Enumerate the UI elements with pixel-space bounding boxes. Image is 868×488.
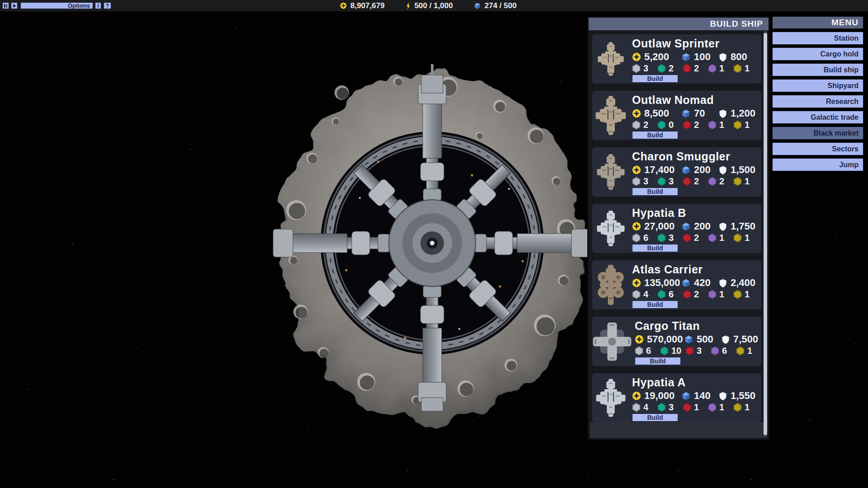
red-hex-icon	[683, 120, 691, 130]
shield-value: 7,500	[733, 333, 758, 345]
olive-hex-value: 1	[745, 176, 750, 187]
olive-hex-value: 1	[745, 289, 750, 300]
gray-hex-value: 4	[643, 289, 648, 300]
gray-hex-value: 3	[643, 176, 648, 187]
olive-hex-icon	[736, 346, 745, 356]
shield-icon	[718, 165, 727, 175]
credits-cost: 8,500	[644, 108, 669, 119]
olive-hex-value: 1	[747, 346, 752, 356]
teal-hex-icon	[657, 177, 666, 186]
purple-hex-icon	[708, 233, 717, 243]
cargo-cost: 200	[694, 221, 711, 232]
pause-button[interactable]	[2, 2, 9, 9]
gray-hex-icon	[632, 233, 641, 243]
credits-value: 8,907,679	[350, 1, 385, 10]
game-screen: Options i ? 8,907,679 500 / 1,000 274 / …	[0, 0, 868, 488]
red-hex-value: 2	[694, 233, 699, 243]
build-button[interactable]: Build	[632, 413, 678, 422]
ship-list: Outlaw Sprinter 5,200 100 800 3 2 2 1 1 …	[589, 30, 769, 422]
menu-item-black-market[interactable]: Black market	[772, 127, 863, 140]
gray-hex-icon	[632, 403, 641, 412]
olive-hex-icon	[733, 120, 742, 130]
gray-hex-value: 6	[643, 233, 648, 243]
red-hex-icon	[683, 403, 691, 412]
teal-hex-icon	[657, 233, 666, 243]
olive-hex-icon	[733, 403, 742, 412]
build-button[interactable]: Build	[632, 300, 678, 309]
menu-item-shipyard[interactable]: Shipyard	[772, 79, 863, 92]
cargo-readout: 274 / 500	[474, 1, 517, 10]
cargo-cost: 140	[694, 390, 711, 402]
olive-hex-icon	[733, 233, 742, 243]
ship-card: Cargo Titan 570,000 500 7,500 6 10 3 6 1…	[592, 317, 761, 366]
shield-icon	[718, 278, 727, 288]
red-hex-value: 2	[694, 63, 699, 74]
shield-icon	[718, 391, 727, 401]
build-button[interactable]: Build	[632, 188, 678, 196]
play-button[interactable]	[11, 2, 18, 9]
ship-thumbnail	[592, 204, 629, 253]
red-hex-value: 1	[694, 402, 699, 413]
red-hex-icon	[683, 177, 691, 186]
menu-item-research[interactable]: Research	[772, 95, 863, 108]
scrollbar-thumb[interactable]	[764, 33, 767, 435]
menu-item-galactic-trade[interactable]: Galactic trade	[772, 111, 863, 124]
build-button[interactable]: Build	[635, 357, 681, 365]
purple-hex-icon	[711, 346, 719, 356]
ship-thumbnail	[592, 317, 632, 366]
olive-hex-icon	[733, 290, 742, 299]
gray-hex-icon	[632, 64, 641, 73]
build-button[interactable]: Build	[632, 244, 678, 252]
purple-hex-value: 1	[719, 233, 724, 243]
olive-hex-value: 1	[745, 120, 750, 130]
ship-name: Hypatia B	[632, 206, 759, 219]
red-hex-value: 2	[694, 289, 699, 300]
menu-item-cargo-hold[interactable]: Cargo hold	[772, 47, 863, 61]
olive-hex-icon	[733, 177, 742, 186]
credits-cost: 19,000	[644, 390, 675, 402]
purple-hex-value: 1	[719, 402, 724, 413]
red-hex-icon	[685, 346, 694, 356]
cargo-cost: 200	[694, 164, 711, 176]
build-ship-panel-title: BUILD SHIP	[589, 18, 769, 30]
coin-icon	[632, 52, 641, 61]
ship-thumbnail	[592, 260, 629, 310]
purple-hex-value: 1	[719, 289, 724, 300]
ship-card: Outlaw Sprinter 5,200 100 800 3 2 2 1 1 …	[592, 34, 761, 84]
red-hex-icon	[683, 233, 691, 243]
shield-icon	[718, 222, 727, 231]
ship-card: Atlas Carrier 135,000 420 2,400 4 6 2 1 …	[592, 260, 761, 310]
menu-item-station[interactable]: Station	[772, 32, 863, 45]
shield-value: 1,500	[731, 164, 755, 176]
info-button[interactable]: i	[95, 2, 101, 9]
purple-hex-value: 1	[719, 63, 724, 74]
help-button[interactable]: ?	[104, 2, 111, 9]
menu-title: MENU	[772, 16, 863, 29]
coin-icon	[632, 391, 641, 400]
shield-value: 1,750	[731, 221, 755, 232]
menu-panel: MENU Station Cargo hold Build ship Shipy…	[772, 16, 863, 171]
gray-hex-icon	[632, 290, 641, 299]
cargo-cost: 70	[694, 108, 705, 119]
red-hex-icon	[683, 290, 691, 299]
build-button[interactable]: Build	[632, 131, 678, 139]
gray-hex-value: 3	[643, 63, 648, 74]
build-button[interactable]: Build	[632, 75, 678, 83]
gray-hex-icon	[632, 177, 641, 186]
shield-icon	[718, 109, 727, 118]
energy-value: 500 / 1,000	[415, 1, 453, 10]
coin-icon	[632, 222, 641, 231]
purple-hex-icon	[708, 403, 717, 412]
cargo-cube-icon	[681, 278, 691, 288]
options-button[interactable]: Options	[20, 2, 93, 9]
credits-cost: 27,000	[644, 221, 675, 232]
menu-item-jump[interactable]: Jump	[772, 158, 863, 171]
menu-item-build-ship[interactable]: Build ship	[772, 63, 863, 76]
coin-icon	[635, 335, 644, 344]
menu-item-sectors[interactable]: Sectors	[772, 142, 863, 155]
teal-hex-value: 2	[669, 63, 674, 74]
ship-thumbnail	[592, 34, 629, 84]
ship-name: Charon Smuggler	[632, 150, 759, 163]
olive-hex-value: 1	[745, 233, 750, 243]
ship-card: Outlaw Nomad 8,500 70 1,200 2 0 2 1 1 Bu…	[592, 91, 761, 140]
